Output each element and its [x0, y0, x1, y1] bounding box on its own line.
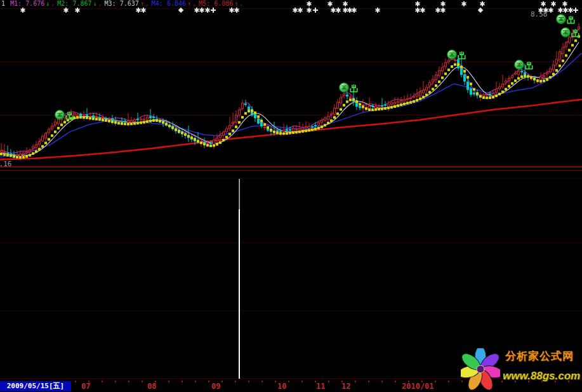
- ma-value-item: M5: 6.086↑,: [199, 0, 244, 7]
- axis-tick: [435, 381, 436, 382]
- chart-canvas[interactable]: [0, 0, 582, 392]
- axis-tick: [261, 381, 263, 382]
- chu-character-icon: [571, 29, 579, 40]
- axis-tick: [395, 381, 396, 382]
- sell-signal-stamp: [514, 60, 533, 72]
- ma-readout-bar: 1 M1: 7.676↓,M2: 7.867↓,M3: 7.637↑,M4: 6…: [1, 0, 247, 8]
- sell-signal-stamp: [560, 27, 579, 40]
- ma-values: M1: 7.676↓,M2: 7.867↓,M3: 7.637↑,M4: 6.8…: [10, 0, 246, 7]
- watermark-site-name: 分析家公式网: [505, 349, 581, 363]
- sell-signal-stamp: [556, 14, 575, 27]
- axis-month-label: 12: [341, 382, 350, 391]
- axis-tick: [88, 381, 89, 382]
- axis-tick: [448, 381, 449, 382]
- axis-tick: [341, 381, 343, 382]
- axis-tick: [421, 381, 423, 382]
- axis-tick: [248, 381, 249, 382]
- axis-tick: [182, 381, 183, 382]
- chu-character-icon: [525, 61, 533, 72]
- sell-signal-stamp: [55, 110, 74, 122]
- watermark-site-url: www.88gs.com: [503, 370, 580, 382]
- sell-circle-icon: [339, 82, 349, 93]
- ma-value-item: M2: 7.867↓,: [57, 0, 103, 7]
- axis-tick: [301, 381, 303, 382]
- stock-chart-window: 1 M1: 7.676↓,M2: 7.867↓,M3: 7.637↑,M4: 6…: [0, 0, 582, 392]
- axis-tick: [155, 381, 156, 382]
- sell-circle-icon: [556, 14, 566, 24]
- axis-tick: [102, 381, 103, 382]
- axis-month-label: 2010/01: [402, 382, 434, 391]
- watermark: 分析家公式网 www.88gs.com: [456, 346, 582, 392]
- axis-tick: [222, 381, 223, 382]
- axis-tick: [142, 381, 143, 382]
- axis-month-label: 08: [147, 382, 156, 391]
- flower-logo-icon: [461, 348, 500, 390]
- axis-tick: [75, 381, 76, 382]
- sell-circle-icon: [447, 49, 457, 60]
- sell-signal-stamp: [339, 82, 358, 95]
- price-low-label: 6.16: [0, 160, 12, 168]
- chu-character-icon: [458, 51, 466, 62]
- axis-tick: [128, 381, 129, 382]
- axis-tick: [315, 381, 316, 382]
- ma-value-item: M4: 6.846↑,: [152, 0, 197, 7]
- sell-circle-icon: [560, 27, 571, 37]
- axis-tick: [235, 381, 236, 382]
- sell-circle-icon: [514, 60, 524, 70]
- axis-month-label: 09: [211, 382, 220, 391]
- axis-month-label: 07: [81, 382, 90, 391]
- ma-value-item: M1: 7.676↓,: [10, 0, 56, 7]
- sell-signal-stamp: [447, 49, 466, 62]
- axis-tick: [168, 381, 169, 382]
- axis-tick: [195, 381, 196, 382]
- axis-tick: [208, 381, 209, 382]
- chu-character-icon: [350, 84, 358, 95]
- axis-month-label: 10: [277, 382, 286, 391]
- axis-month-label: 11: [316, 382, 325, 391]
- ma-value-item: M3: 7.637↑,: [105, 0, 150, 7]
- axis-tick: [115, 381, 116, 382]
- chu-character-icon: [65, 111, 74, 122]
- axis-tick: [408, 381, 409, 382]
- sell-circle-icon: [55, 110, 65, 120]
- price-high-label: 8.58: [531, 10, 548, 18]
- chu-character-icon: [567, 15, 575, 27]
- cursor-date-cell: 2009/05/15[五]: [0, 381, 71, 391]
- axis-tick: [328, 381, 329, 382]
- axis-tick: [381, 381, 383, 382]
- axis-tick: [368, 381, 369, 382]
- bar-index-label: 1: [1, 0, 5, 7]
- axis-tick: [288, 381, 289, 382]
- axis-tick: [355, 381, 356, 382]
- axis-tick: [275, 381, 276, 382]
